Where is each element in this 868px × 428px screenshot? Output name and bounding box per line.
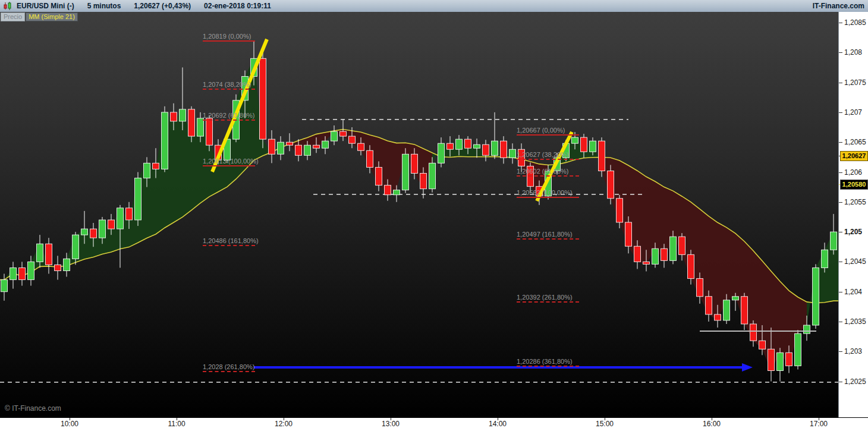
last-price-badge: 1,20627 bbox=[840, 151, 868, 161]
fib-level-line bbox=[203, 119, 255, 121]
price-tick bbox=[839, 382, 842, 382]
indicator-tag-row: Precio MM (Simple 21) bbox=[1, 12, 78, 21]
price-axis-label: 1,205 bbox=[844, 228, 862, 236]
fib-level-label: 1,20286 (361,80%) bbox=[517, 358, 573, 365]
fib-level-label: 1,20392 (261,80%) bbox=[517, 294, 573, 301]
fib-level-line bbox=[517, 197, 579, 198]
arrow-head bbox=[742, 363, 753, 372]
fib-level-label: 1,20627 (38,20%) bbox=[517, 151, 568, 158]
fib-level-label: 1,20602 (61,80%) bbox=[517, 168, 568, 175]
fib-level-line bbox=[203, 245, 255, 246]
fib-level-label: 1,2074 (38,20%) bbox=[203, 81, 251, 88]
price-tick bbox=[839, 112, 842, 113]
fib-level-label: 1,20497 (161,80%) bbox=[517, 231, 573, 238]
tab-price[interactable]: Precio bbox=[1, 12, 25, 21]
fib-level-line bbox=[517, 238, 579, 240]
fib-level-line bbox=[517, 159, 579, 160]
candlestick bbox=[278, 136, 284, 160]
candlestick bbox=[510, 143, 516, 163]
price-axis-label: 1,207 bbox=[844, 108, 862, 117]
fib-level-label: 1,20562 (100,00%) bbox=[517, 189, 573, 196]
candlestick bbox=[599, 137, 605, 177]
candlestick bbox=[162, 106, 168, 172]
time-axis-label: 10:00 bbox=[56, 420, 83, 428]
price-axis-label: 1,204 bbox=[844, 288, 862, 296]
price-axis-label: 1,206 bbox=[844, 168, 862, 177]
price-tick bbox=[839, 142, 842, 143]
watermark: © IT-Finance.com bbox=[5, 404, 61, 413]
fib-level-line bbox=[517, 134, 579, 136]
tab-moving-average[interactable]: MM (Simple 21) bbox=[26, 12, 78, 21]
price-tick bbox=[839, 351, 842, 352]
time-axis[interactable]: 10:0011:0012:0013:0014:0015:0016:0017:00 bbox=[0, 417, 868, 428]
fib-level-line bbox=[517, 175, 579, 177]
candlestick-plot[interactable] bbox=[0, 12, 838, 417]
fib-level-label: 1,2028 (261,80%) bbox=[203, 363, 254, 370]
chart-area[interactable]: 1,20819 (0,00%)1,2074 (38,20%)1,20692 (6… bbox=[0, 12, 838, 417]
title-bar: EUR/USD Mini (-) 5 minutos 1,20627 (+0,4… bbox=[0, 0, 868, 12]
candlestick bbox=[331, 125, 338, 145]
candlestick-icon bbox=[3, 1, 12, 11]
candlestick bbox=[483, 140, 489, 161]
candlestick bbox=[438, 137, 445, 167]
candlestick bbox=[777, 348, 784, 381]
fib-level-line bbox=[517, 301, 579, 303]
time-axis-label: 16:00 bbox=[699, 420, 725, 428]
price-axis-label: 1,2065 bbox=[844, 138, 866, 146]
fib-level-line bbox=[203, 89, 255, 90]
price-axis-label: 1,2075 bbox=[844, 78, 866, 87]
candlestick bbox=[269, 130, 275, 163]
candlestick bbox=[46, 238, 52, 273]
candlestick bbox=[10, 262, 17, 288]
fib-level-line bbox=[203, 165, 255, 166]
candlestick bbox=[813, 264, 819, 329]
price-tick bbox=[839, 172, 842, 173]
fib-level-line bbox=[517, 366, 579, 367]
fib-level-label: 1,20486 (161,80%) bbox=[203, 237, 259, 244]
price-tick bbox=[839, 202, 842, 203]
fib-level-line bbox=[203, 371, 255, 372]
price-tick bbox=[839, 83, 842, 83]
price-axis-label: 1,2035 bbox=[844, 317, 866, 326]
symbol-name: EUR/USD Mini (-) bbox=[17, 2, 74, 10]
time-axis-label: 15:00 bbox=[592, 420, 618, 428]
candlestick bbox=[501, 136, 507, 163]
price-axis-label: 1,2055 bbox=[844, 198, 866, 206]
candlestick bbox=[55, 256, 61, 279]
candlestick bbox=[608, 165, 614, 204]
price-tick bbox=[839, 262, 842, 262]
trading-chart-window: EUR/USD Mini (-) 5 minutos 1,20627 (+0,4… bbox=[0, 0, 868, 428]
candles bbox=[1, 41, 837, 381]
price-tick bbox=[839, 292, 842, 292]
price-tick bbox=[839, 232, 842, 232]
last-quote: 1,20627 (+0,43%) bbox=[134, 2, 191, 10]
candlestick bbox=[135, 172, 141, 226]
brand-label: IT-Finance.com bbox=[813, 0, 864, 12]
quote-datetime: 02-ene-2018 0:19:11 bbox=[204, 2, 271, 10]
time-axis-label: 13:00 bbox=[378, 420, 404, 428]
candlestick bbox=[287, 133, 293, 151]
candlestick bbox=[795, 330, 801, 369]
candlestick bbox=[180, 67, 186, 130]
price-axis-label: 1,2025 bbox=[844, 377, 866, 386]
timeframe-label: 5 minutos bbox=[87, 2, 121, 10]
price-axis-label: 1,203 bbox=[844, 347, 862, 355]
time-axis-label: 17:00 bbox=[806, 420, 832, 428]
candlestick bbox=[402, 148, 409, 193]
price-axis[interactable]: 1,20851,2081,20751,2071,20651,2061,20551… bbox=[838, 12, 868, 417]
fib-level-label: 1,20613 (100,00%) bbox=[203, 158, 259, 165]
fib-level-label: 1,20667 (0,00%) bbox=[517, 127, 565, 134]
fib-level-label: 1,20692 (61,80%) bbox=[203, 112, 254, 119]
price-tick bbox=[839, 322, 842, 322]
candlestick bbox=[260, 52, 266, 148]
candlestick bbox=[19, 262, 26, 285]
time-axis-label: 14:00 bbox=[485, 420, 511, 428]
price-axis-label: 1,2085 bbox=[844, 18, 866, 27]
price-axis-label: 1,208 bbox=[844, 48, 862, 56]
candlestick bbox=[831, 214, 837, 254]
price-tick bbox=[839, 23, 842, 23]
time-axis-label: 12:00 bbox=[271, 420, 297, 428]
fib-level-label: 1,20819 (0,00%) bbox=[203, 33, 251, 40]
ma-value-badge: 1,20580 bbox=[840, 180, 868, 190]
time-axis-label: 11:00 bbox=[163, 420, 190, 428]
